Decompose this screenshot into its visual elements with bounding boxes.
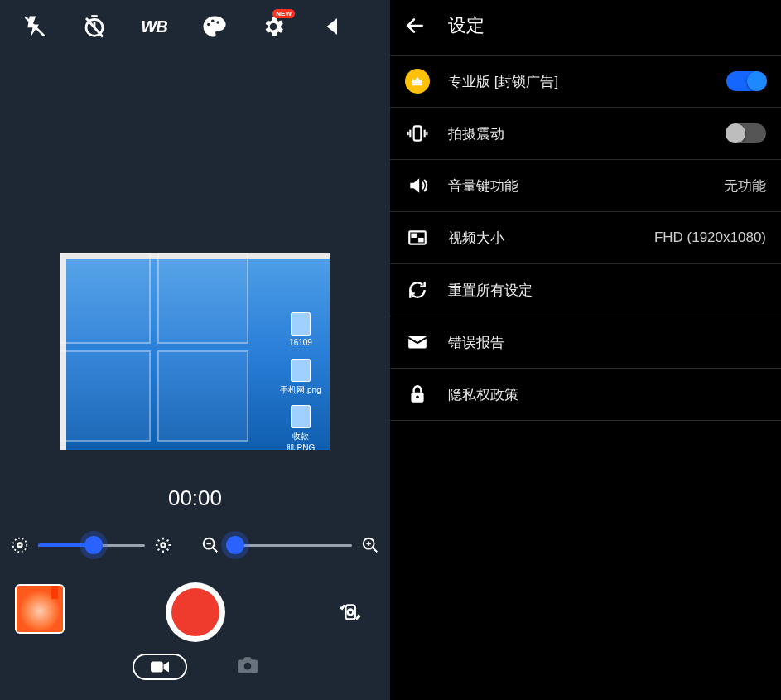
gallery-thumbnail[interactable] bbox=[15, 584, 65, 634]
collapse-left-icon[interactable] bbox=[318, 12, 348, 41]
settings-panel: 设定 专业版 [封锁广告] 拍摄震动 音量键功能 无功能 bbox=[390, 0, 781, 700]
volume-icon bbox=[405, 173, 430, 198]
white-balance-icon[interactable]: WB bbox=[139, 12, 169, 41]
settings-item-volume-key[interactable]: 音量键功能 无功能 bbox=[390, 160, 781, 212]
svg-rect-29 bbox=[151, 662, 163, 673]
crown-icon bbox=[405, 69, 430, 94]
settings-item-video-size[interactable]: 视频大小 FHD (1920x1080) bbox=[390, 212, 781, 264]
desktop-icon: 16109 bbox=[280, 312, 321, 347]
svg-point-28 bbox=[348, 610, 354, 616]
zoom-slider[interactable] bbox=[229, 534, 352, 556]
svg-rect-39 bbox=[419, 239, 422, 241]
reset-icon bbox=[405, 278, 430, 302]
vibrate-icon bbox=[405, 121, 430, 146]
svg-point-42 bbox=[416, 396, 418, 398]
record-button[interactable] bbox=[166, 582, 225, 642]
mail-icon bbox=[405, 330, 430, 355]
svg-line-24 bbox=[373, 548, 378, 553]
settings-item-privacy[interactable]: 隐私权政策 bbox=[390, 369, 781, 421]
lock-icon bbox=[405, 382, 430, 407]
toggle-vibrate[interactable] bbox=[726, 123, 766, 143]
camera-topbar: WB NEW bbox=[0, 0, 390, 53]
svg-line-21 bbox=[213, 548, 218, 553]
svg-rect-32 bbox=[414, 126, 422, 140]
settings-item-reset[interactable]: 重置所有设定 bbox=[390, 264, 781, 316]
settings-icon[interactable]: NEW bbox=[258, 12, 288, 41]
svg-point-5 bbox=[207, 23, 210, 27]
color-palette-icon[interactable] bbox=[199, 12, 229, 41]
settings-item-bug-report[interactable]: 错误报告 bbox=[390, 316, 781, 369]
video-mode-tab[interactable] bbox=[133, 654, 187, 680]
zoom-out-icon[interactable] bbox=[200, 533, 223, 557]
mode-row bbox=[0, 654, 390, 680]
recording-timer: 00:00 bbox=[0, 485, 390, 511]
settings-item-vibrate[interactable]: 拍摄震动 bbox=[390, 108, 781, 160]
brightness-up-icon[interactable] bbox=[152, 533, 175, 557]
svg-point-7 bbox=[216, 21, 219, 24]
back-button[interactable] bbox=[400, 11, 430, 41]
svg-line-17 bbox=[166, 549, 168, 551]
settings-item-pro[interactable]: 专业版 [封锁广告] bbox=[390, 55, 781, 108]
desktop-icon: 手机网.png bbox=[280, 359, 321, 396]
aspect-ratio-icon bbox=[405, 225, 430, 250]
svg-line-16 bbox=[157, 540, 159, 542]
settings-header: 设定 bbox=[390, 0, 781, 51]
svg-point-30 bbox=[243, 663, 251, 670]
svg-line-18 bbox=[157, 549, 159, 551]
photo-mode-tab[interactable] bbox=[237, 656, 258, 678]
new-badge: NEW bbox=[272, 9, 295, 18]
settings-list: 专业版 [封锁广告] 拍摄震动 音量键功能 无功能 视频大小 FHD (1920… bbox=[390, 55, 781, 421]
flash-off-icon[interactable] bbox=[20, 12, 50, 41]
switch-camera-icon[interactable] bbox=[334, 596, 367, 629]
svg-point-6 bbox=[211, 19, 215, 22]
toggle-pro[interactable] bbox=[726, 71, 766, 91]
svg-line-19 bbox=[166, 540, 168, 542]
brightness-slider[interactable] bbox=[38, 534, 145, 556]
svg-rect-10 bbox=[19, 544, 22, 545]
volume-key-value: 无功能 bbox=[724, 176, 766, 196]
brightness-down-icon[interactable] bbox=[8, 533, 31, 557]
sliders-row bbox=[8, 533, 382, 557]
svg-rect-38 bbox=[412, 234, 416, 237]
zoom-in-icon[interactable] bbox=[359, 533, 382, 557]
camera-panel: WB NEW 16109 手机网.png 收款肌.PNG 00:00 bbox=[0, 0, 390, 700]
video-size-value: FHD (1920x1080) bbox=[654, 229, 766, 246]
settings-title: 设定 bbox=[448, 13, 485, 38]
camera-preview[interactable]: 16109 手机网.png 收款肌.PNG bbox=[60, 253, 330, 450]
desktop-icon: 收款肌.PNG bbox=[280, 405, 321, 450]
timer-off-icon[interactable] bbox=[80, 12, 109, 41]
